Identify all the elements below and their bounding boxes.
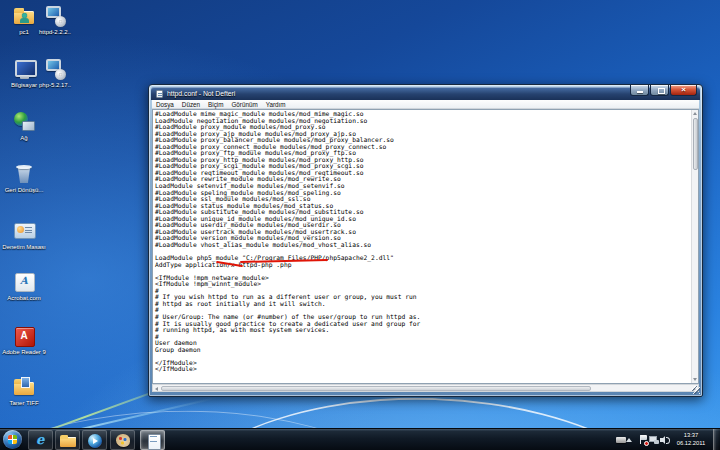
window-titlebar[interactable]: httpd.conf - Not Defteri [151, 87, 700, 100]
desktop-icon-taner-tiff[interactable]: Taner TIFF [2, 375, 46, 407]
menu-item-format[interactable]: Biçim [204, 101, 227, 108]
acrobat-icon [12, 270, 36, 294]
network-tray-icon[interactable] [649, 429, 660, 450]
desktop-icon-label: Ağ [2, 135, 46, 142]
scroll-up-arrow-icon[interactable] [693, 112, 697, 115]
desktop-icon-control-panel[interactable]: Denetim Masası [2, 219, 46, 251]
windows-flag-icon [8, 435, 17, 444]
desktop-icon-label: php-5.2.17.. [33, 82, 77, 89]
desktop-icon-label: Taner TIFF [2, 400, 46, 407]
vertical-scrollbar-thumb[interactable] [693, 118, 698, 170]
person-icon [20, 18, 29, 23]
taskbar-notepad-active[interactable] [140, 430, 165, 450]
taskbar-internet-explorer[interactable] [28, 430, 53, 450]
desktop-icon-label: Denetim Masası [2, 244, 46, 251]
adobe-reader-icon [12, 324, 36, 348]
cd-disc-icon [55, 16, 66, 27]
desktop-icon-label: httpd-2.2.2.. [33, 29, 77, 36]
show-desktop-button[interactable] [713, 429, 720, 450]
document-icon [21, 377, 30, 388]
text-editor-area[interactable]: #LoadModule mime_magic_module modules/mo… [152, 109, 699, 384]
clock-date: 06.12.2011 [672, 440, 710, 448]
cd-disc-icon [55, 69, 66, 80]
vertical-scrollbar[interactable] [691, 110, 698, 383]
taskbar: 13:37 06.12.2011 [0, 428, 720, 450]
control-panel-icon [12, 219, 36, 243]
taskbar-media-player[interactable] [82, 430, 107, 450]
menu-item-file[interactable]: Dosya [152, 101, 178, 108]
sound-wave-icon [666, 437, 670, 444]
desktop-icon-adobe-reader[interactable]: Adobe Reader 9 [2, 324, 46, 356]
installer-icon [43, 4, 67, 28]
desktop-icon-label: Adobe Reader 9 [2, 349, 46, 356]
action-center-flag-icon[interactable] [638, 429, 649, 450]
desktop-icon-recycle-bin[interactable]: Geri Dönüşü... [2, 162, 46, 194]
menu-item-view[interactable]: Görünüm [227, 101, 261, 108]
start-button[interactable] [3, 430, 22, 449]
editor-text[interactable]: #LoadModule mime_magic_module modules/mo… [155, 111, 420, 373]
maximize-button[interactable] [650, 85, 669, 96]
notepad-document-icon [156, 90, 163, 98]
menu-item-help[interactable]: Yardım [262, 101, 290, 108]
scroll-down-arrow-icon[interactable] [693, 378, 697, 381]
show-hidden-icons-arrow-icon[interactable] [625, 429, 636, 450]
taskbar-paint[interactable] [110, 430, 135, 450]
scroll-left-arrow-icon[interactable] [155, 387, 158, 391]
desktop-icon-label: Geri Dönüşü... [2, 187, 46, 194]
window-controls [629, 85, 697, 97]
menu-bar: Dosya Düzen Biçim Görünüm Yardım [152, 100, 699, 109]
folder-documents-icon [12, 375, 36, 399]
desktop-icon-label: Acrobat.com [2, 295, 46, 302]
desktop-icon-httpd-installer[interactable]: httpd-2.2.2.. [33, 4, 77, 36]
notepad-window: httpd.conf - Not Defteri Dosya Düzen Biç… [148, 84, 703, 397]
minimize-button[interactable] [630, 85, 649, 96]
desktop: pc1 httpd-2.2.2.. Bilgisayar php-5.2.17.… [0, 0, 720, 450]
installer-icon [43, 57, 67, 81]
close-button[interactable] [670, 85, 697, 96]
desktop-icon-network[interactable]: Ağ [2, 110, 46, 142]
menu-item-edit[interactable]: Düzen [178, 101, 204, 108]
resize-grip[interactable] [692, 386, 700, 394]
clock-time: 13:37 [672, 432, 710, 440]
horizontal-scrollbar-thumb[interactable] [161, 386, 591, 391]
horizontal-scrollbar[interactable] [152, 384, 699, 392]
list-lines-icon [25, 227, 32, 233]
recycle-bin-icon [12, 162, 36, 186]
desktop-icon-acrobat-com[interactable]: Acrobat.com [2, 270, 46, 302]
network-globe-icon [12, 110, 36, 134]
window-title: httpd.conf - Not Defteri [167, 90, 235, 97]
desktop-icon-php-installer[interactable]: php-5.2.17.. [33, 57, 77, 89]
taskbar-clock[interactable]: 13:37 06.12.2011 [672, 432, 710, 447]
volume-icon[interactable] [660, 429, 671, 450]
taskbar-windows-explorer[interactable] [55, 430, 80, 450]
